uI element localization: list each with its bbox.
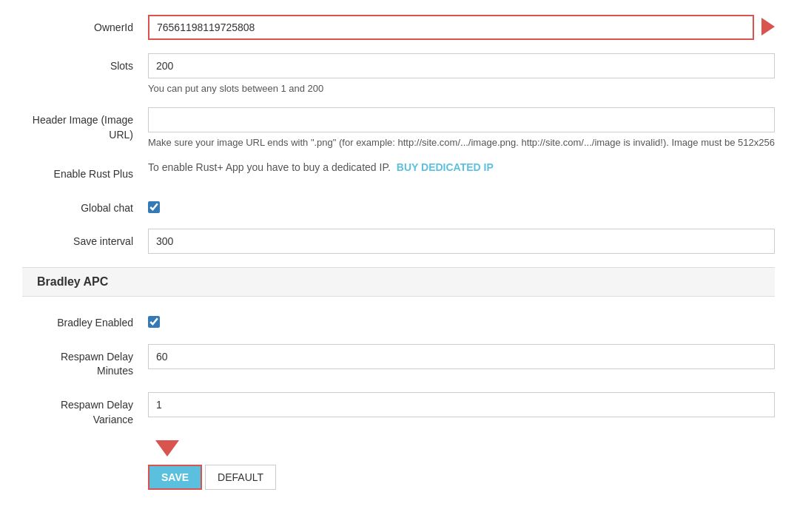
save-button[interactable]: SAVE xyxy=(148,465,202,490)
header-image-input[interactable] xyxy=(148,107,775,132)
respawn-delay-minutes-input[interactable] xyxy=(148,344,775,369)
global-chat-row: Global chat xyxy=(22,195,775,216)
save-interval-row: Save interval xyxy=(22,229,775,254)
bradley-apc-section-header: Bradley APC xyxy=(22,267,775,297)
arrow-right-icon xyxy=(761,18,775,36)
save-interval-label: Save interval xyxy=(22,229,148,249)
slots-hint: You can put any slots between 1 and 200 xyxy=(148,83,775,94)
buy-dedicated-ip-link[interactable]: BUY DEDICATED IP xyxy=(397,161,494,173)
slots-label: Slots xyxy=(22,53,148,74)
global-chat-label: Global chat xyxy=(22,195,148,216)
ownerid-input-row xyxy=(148,15,775,40)
action-buttons: SAVE DEFAULT xyxy=(148,465,276,490)
slots-input[interactable] xyxy=(148,53,775,78)
ownerid-input[interactable] xyxy=(148,15,754,40)
save-interval-field xyxy=(148,229,775,254)
respawn-delay-variance-field xyxy=(148,392,775,417)
arrow-down-icon xyxy=(155,440,179,457)
respawn-delay-minutes-label: Respawn Delay Minutes xyxy=(22,344,148,379)
form-container: OwnerId Slots You can put any slots betw… xyxy=(0,0,797,505)
header-image-label: Header Image (Image URL) xyxy=(22,107,148,142)
header-image-hint: Make sure your image URL ends with ".png… xyxy=(148,137,775,148)
global-chat-checkbox[interactable] xyxy=(148,201,160,213)
save-interval-input[interactable] xyxy=(148,229,775,254)
bradley-enabled-checkbox[interactable] xyxy=(148,316,160,328)
arrow-down-container: SAVE DEFAULT xyxy=(148,440,276,490)
default-button[interactable]: DEFAULT xyxy=(205,465,276,490)
slots-field: You can put any slots between 1 and 200 xyxy=(148,53,775,94)
enable-rust-plus-row: Enable Rust Plus To enable Rust+ App you… xyxy=(22,161,775,182)
respawn-delay-minutes-field xyxy=(148,344,775,369)
ownerid-row: OwnerId xyxy=(22,15,775,40)
ownerid-label: OwnerId xyxy=(22,15,148,36)
respawn-delay-minutes-row: Respawn Delay Minutes xyxy=(22,344,775,379)
respawn-delay-variance-label: Respawn Delay Variance xyxy=(22,392,148,427)
ownerid-field xyxy=(148,15,775,40)
rust-description: To enable Rust+ App you have to buy a de… xyxy=(148,161,391,173)
enable-rust-plus-label: Enable Rust Plus xyxy=(22,161,148,182)
respawn-delay-variance-row: Respawn Delay Variance xyxy=(22,392,775,427)
bradley-enabled-row: Bradley Enabled xyxy=(22,310,775,331)
enable-rust-plus-field: To enable Rust+ App you have to buy a de… xyxy=(148,161,775,173)
buttons-area: SAVE DEFAULT xyxy=(148,440,775,490)
header-image-row: Header Image (Image URL) Make sure your … xyxy=(22,107,775,148)
enable-rust-content: To enable Rust+ App you have to buy a de… xyxy=(148,161,775,173)
slots-row: Slots You can put any slots between 1 an… xyxy=(22,53,775,94)
bradley-enabled-field xyxy=(148,310,775,330)
ownerid-arrow-indicator xyxy=(761,18,775,38)
bradley-enabled-label: Bradley Enabled xyxy=(22,310,148,331)
save-arrow-container xyxy=(148,440,179,459)
header-image-field: Make sure your image URL ends with ".png… xyxy=(148,107,775,148)
global-chat-field xyxy=(148,195,775,215)
respawn-delay-variance-input[interactable] xyxy=(148,392,775,417)
